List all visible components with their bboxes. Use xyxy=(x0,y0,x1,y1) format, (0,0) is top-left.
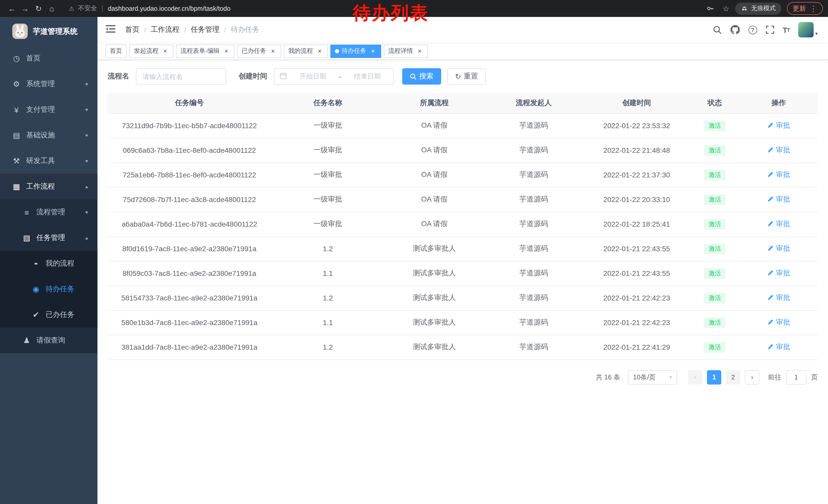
sidebar-item-todo-tasks[interactable]: ◉待办任务 xyxy=(0,276,97,302)
search-button[interactable]: 搜索 xyxy=(402,68,441,85)
approve-button[interactable]: 审批 xyxy=(767,342,790,352)
app-logo[interactable]: 芋道管理系统 xyxy=(0,17,97,46)
tab-done-tasks[interactable]: 已办任务× xyxy=(237,44,281,58)
sidebar-item-label: 待办任务 xyxy=(46,284,74,294)
navbar-actions: ? TT ▾ xyxy=(713,22,820,37)
page-numbers: 12 xyxy=(707,370,740,384)
tab-start-process[interactable]: 发起流程× xyxy=(129,44,173,58)
approve-button[interactable]: 审批 xyxy=(767,244,790,253)
font-size-icon[interactable]: TT xyxy=(783,26,790,34)
close-icon[interactable]: × xyxy=(416,47,423,55)
update-button[interactable]: 更新 ⋮ xyxy=(787,2,823,15)
content: 流程名 创建时间 开始日期 - 结束日期 搜索 xyxy=(97,60,828,504)
next-page-button[interactable]: › xyxy=(745,370,759,384)
approve-button[interactable]: 审批 xyxy=(767,269,790,278)
approve-button[interactable]: 审批 xyxy=(767,293,790,303)
tab-form-edit[interactable]: 流程表单-编辑× xyxy=(176,44,235,58)
prev-page-button[interactable]: ‹ xyxy=(688,370,702,384)
cell-action: 审批 xyxy=(740,261,818,286)
cell-process: 测试多审批人 xyxy=(385,286,484,310)
tab-process-detail[interactable]: 流程详情× xyxy=(384,44,428,58)
approve-button[interactable]: 审批 xyxy=(767,146,790,155)
chevron-up-icon: ▲ xyxy=(84,184,89,189)
cell-status: 激活 xyxy=(690,335,740,359)
cell-action: 审批 xyxy=(740,236,818,261)
page-size-select[interactable]: 10条/页 ▾ xyxy=(628,370,677,384)
tab-todo-tasks[interactable]: 待办任务× xyxy=(330,44,381,58)
close-icon[interactable]: × xyxy=(369,47,377,55)
close-icon[interactable]: × xyxy=(269,47,277,55)
gear-icon: ⚙ xyxy=(10,80,23,89)
sidebar-item-label: 流程管理 xyxy=(36,208,65,217)
status-badge: 激活 xyxy=(704,120,726,131)
back-icon[interactable]: ← xyxy=(5,2,18,15)
goto-suffix: 页 xyxy=(811,372,818,382)
close-icon[interactable]: × xyxy=(316,47,323,55)
search-button-label: 搜索 xyxy=(419,72,433,81)
approve-button[interactable]: 审批 xyxy=(767,170,790,179)
cell-created: 2022-01-22 21:48:48 xyxy=(584,138,690,163)
approve-button[interactable]: 审批 xyxy=(767,121,790,130)
sidebar-item-devtools[interactable]: ⚒研发工具▼ xyxy=(0,148,97,174)
approve-button[interactable]: 审批 xyxy=(767,220,790,229)
address-bar[interactable]: ⚠ 不安全 dashboard.yudao.iocoder.cn/bpm/tas… xyxy=(63,2,697,15)
sidebar-item-workflow[interactable]: ▦工作流程▲ xyxy=(0,174,97,199)
breadcrumb-item[interactable]: 任务管理 xyxy=(191,25,219,34)
fullscreen-icon[interactable] xyxy=(766,26,774,34)
bookmark-star-icon[interactable]: ☆ xyxy=(722,4,730,13)
sidebar-item-my-process[interactable]: ◓我的流程 xyxy=(0,251,97,276)
cell-task-name: 一级审批 xyxy=(271,187,385,212)
page-button-2[interactable]: 2 xyxy=(726,370,740,384)
sidebar-item-done-tasks[interactable]: ✔已办任务 xyxy=(0,302,97,328)
key-icon[interactable] xyxy=(704,2,717,15)
column-header: 所属流程 xyxy=(385,93,484,113)
avatar[interactable] xyxy=(798,22,814,37)
date-range-picker[interactable]: 开始日期 - 结束日期 xyxy=(274,68,394,85)
sidebar-collapse-icon[interactable] xyxy=(106,25,116,35)
chevron-up-icon: ▲ xyxy=(84,236,89,240)
sidebar-item-system[interactable]: ⚙系统管理▼ xyxy=(0,71,97,97)
approve-button[interactable]: 审批 xyxy=(767,195,790,204)
page-button-1[interactable]: 1 xyxy=(707,370,721,384)
status-badge: 激活 xyxy=(704,194,726,205)
sidebar-item-infra[interactable]: ▤基础设施▼ xyxy=(0,123,97,148)
approve-button[interactable]: 审批 xyxy=(767,318,790,327)
create-time-label: 创建时间 xyxy=(239,72,267,81)
app-title: 芋道管理系统 xyxy=(33,27,78,36)
check-icon: ✔ xyxy=(30,310,42,319)
browser-menu-icon[interactable]: ⋮ xyxy=(810,4,817,13)
forward-icon[interactable]: → xyxy=(18,2,32,15)
tab-my-process[interactable]: 我的流程× xyxy=(284,44,328,58)
column-header: 任务名称 xyxy=(271,93,385,113)
breadcrumb-item[interactable]: 工作流程 xyxy=(151,25,179,34)
close-icon[interactable]: × xyxy=(162,47,169,55)
cell-status: 激活 xyxy=(690,113,740,138)
cell-initiator: 芋道源码 xyxy=(484,261,584,286)
tab-home[interactable]: 首页 xyxy=(105,44,127,58)
github-icon[interactable] xyxy=(730,25,740,34)
table-row: 58154733-7ac8-11ec-a9e2-a2380e71991a1.2测… xyxy=(108,286,818,310)
home-icon[interactable]: ⌂ xyxy=(45,2,58,15)
sidebar-item-task-mgmt[interactable]: ▧任务管理▲ xyxy=(0,225,97,251)
breadcrumb-separator: / xyxy=(184,26,186,34)
breadcrumb-item[interactable]: 首页 xyxy=(125,25,139,34)
close-icon[interactable]: × xyxy=(223,47,230,55)
search-icon[interactable] xyxy=(713,26,721,34)
user-menu[interactable]: ▾ xyxy=(798,22,818,37)
sidebar-item-payment[interactable]: ¥支付管理▼ xyxy=(0,97,97,123)
sidebar-item-process-mgmt[interactable]: ≡流程管理▼ xyxy=(0,199,97,225)
cell-task-id: 58154733-7ac8-11ec-a9e2-a2380e71991a xyxy=(108,286,271,310)
reset-button[interactable]: ↻ 重置 xyxy=(447,68,486,85)
goto-page-input[interactable] xyxy=(786,370,806,384)
sidebar-item-home[interactable]: ◷首页 xyxy=(0,46,97,71)
reload-icon[interactable]: ↻ xyxy=(32,2,45,15)
tab-label: 发起流程 xyxy=(134,47,159,55)
cell-task-name: 1.1 xyxy=(271,310,385,335)
sidebar-item-leave-query[interactable]: ♟请假查询 xyxy=(0,328,97,353)
status-badge: 激活 xyxy=(704,342,726,353)
tags-view: 首页发起流程×流程表单-编辑×已办任务×我的流程×待办任务×流程详情× xyxy=(97,43,828,60)
sidebar-item-label: 请假查询 xyxy=(36,336,65,345)
cell-task-name: 1.2 xyxy=(271,286,385,310)
help-icon[interactable]: ? xyxy=(748,26,757,34)
process-name-input[interactable] xyxy=(136,68,226,85)
